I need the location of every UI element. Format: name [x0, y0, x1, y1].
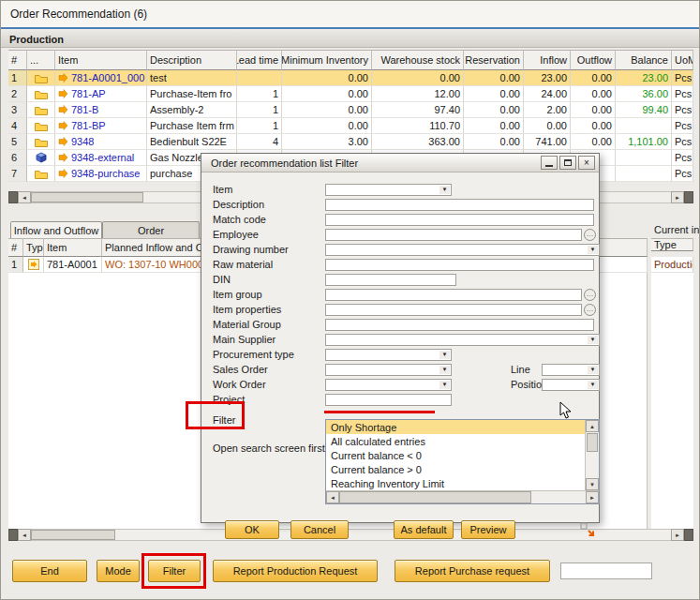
form-resize-icon[interactable] [580, 522, 595, 537]
sales-order-combo[interactable]: ▼ [325, 364, 452, 376]
column-header-item[interactable]: Item [55, 50, 147, 70]
ok-button[interactable]: OK [225, 520, 279, 539]
employee-input[interactable] [325, 229, 582, 241]
item-code-link[interactable]: 9348 [71, 136, 94, 147]
footer-text-input[interactable] [560, 562, 652, 579]
procurement-type-combo[interactable]: ▼ [325, 349, 452, 361]
scroll-right-button[interactable]: ► [671, 529, 684, 541]
item-properties-input[interactable] [325, 304, 582, 316]
description-input[interactable] [325, 199, 594, 211]
column-header-balance[interactable]: Balance [616, 50, 672, 70]
dropdown-option-all-calculated-entries[interactable]: All calculated entries [326, 434, 585, 448]
scrollbar-track[interactable] [31, 529, 671, 541]
scrollbar-split-box[interactable] [684, 191, 693, 203]
scrollbar-split-box[interactable] [8, 191, 18, 203]
end-button[interactable]: End [12, 560, 87, 582]
report-production-request-button[interactable]: Report Production Request [213, 560, 378, 582]
raw-material-input[interactable] [325, 259, 594, 271]
cancel-button[interactable]: Cancel [290, 520, 349, 539]
item-code-link[interactable]: 781-B [71, 104, 98, 115]
tab-inflow-and-outflow[interactable]: Inflow and Outflow [10, 221, 102, 238]
balance-cell: 1,101.00 [616, 134, 672, 150]
column-header-uom[interactable]: UoM [672, 50, 693, 70]
dropdown-hscrollbar[interactable]: ◄ ► [326, 490, 599, 503]
work-order-combo[interactable]: ▼ [325, 379, 452, 391]
scrollbar-thumb[interactable] [31, 530, 115, 540]
minimize-button[interactable] [541, 156, 558, 170]
scrollbar-split-box[interactable] [684, 529, 693, 541]
position-combo[interactable]: ▼ [542, 379, 600, 391]
choose-from-list-icon[interactable]: … [584, 229, 596, 241]
item-code-link[interactable]: 9348-external [71, 152, 134, 163]
dropdown-vscrollbar[interactable]: ▲ ▼ [585, 420, 599, 490]
link-arrow-icon[interactable] [58, 137, 68, 146]
line-combo[interactable]: ▼ [542, 364, 600, 376]
choose-from-list-icon[interactable]: … [584, 304, 596, 316]
column-header-item[interactable]: Item [44, 238, 102, 257]
column-header-type[interactable]: Type [651, 238, 693, 251]
table-row[interactable]: 4 781-BP Purchase Item frm 1 0.00 110.70… [8, 118, 693, 134]
scroll-down-button[interactable]: ▼ [586, 478, 599, 490]
table-row[interactable]: 2 781-AP Purchase-Item fro 1 0.00 12.00 … [8, 86, 693, 102]
scrollbar-thumb[interactable] [31, 192, 143, 202]
column-header-lead-time[interactable]: Lead time [237, 50, 282, 70]
column-header-num[interactable]: # [8, 238, 23, 257]
item-code-link[interactable]: 781-A0001_000 [71, 72, 144, 83]
dropdown-option-current-balance-lt-0[interactable]: Current balance < 0 [326, 448, 585, 462]
scroll-right-button[interactable]: ► [671, 191, 684, 203]
drawing-number-combo[interactable]: ▼ [325, 244, 600, 256]
dropdown-option-only-shortage[interactable]: Only Shortage [326, 420, 585, 434]
column-header-type[interactable]: Type [23, 238, 44, 257]
scroll-left-button[interactable]: ◄ [326, 491, 339, 503]
scrollbar-split-box[interactable] [8, 529, 18, 541]
dropdown-option-reaching-inventory-limit[interactable]: Reaching Inventory Limit [326, 476, 585, 490]
link-arrow-icon[interactable] [58, 73, 68, 82]
tab-order[interactable]: Order [102, 221, 200, 238]
project-input[interactable] [325, 394, 452, 406]
item-code-link[interactable]: 781-BP [71, 120, 106, 131]
report-purchase-request-button[interactable]: Report Purchase request [395, 560, 550, 582]
main-supplier-combo[interactable]: ▼ [325, 334, 600, 346]
column-header-dots[interactable]: ... [27, 50, 55, 70]
link-arrow-icon[interactable] [58, 169, 68, 178]
column-header-inflow[interactable]: Inflow [524, 50, 571, 70]
link-arrow-icon[interactable] [58, 121, 68, 130]
item-code-link[interactable]: 9348-purchase [71, 168, 140, 179]
tab-current-inventory[interactable]: Current inventory [654, 224, 699, 235]
scrollbar-track[interactable] [339, 491, 586, 503]
column-header-num[interactable]: # [8, 50, 27, 70]
scroll-left-button[interactable]: ◄ [18, 191, 31, 203]
table-row[interactable]: Production [651, 257, 693, 273]
dropdown-option-current-balance-gt-0[interactable]: Current balance > 0 [326, 462, 585, 476]
link-arrow-icon[interactable] [58, 105, 68, 114]
column-header-warehouse-stock[interactable]: Warehouse stock [372, 50, 464, 70]
item-combo[interactable]: ▼ [325, 184, 452, 196]
link-arrow-icon[interactable] [58, 89, 68, 98]
column-header-description[interactable]: Description [147, 50, 237, 70]
table-row[interactable]: 1 781-A0001_000 test 0.00 0.00 0.00 23.0… [8, 70, 693, 86]
maximize-button[interactable] [559, 156, 576, 170]
table-row[interactable]: 3 781-B Assembly-2 1 0.00 97.40 0.00 2.0… [8, 102, 693, 118]
column-header-reservation[interactable]: Reservation [464, 50, 524, 70]
choose-from-list-icon[interactable]: … [584, 289, 596, 301]
close-button[interactable]: × [578, 156, 595, 170]
balance-cell [616, 166, 672, 182]
preview-button[interactable]: Preview [461, 520, 515, 539]
description-cell: Assembly-2 [147, 102, 237, 118]
scrollbar-thumb[interactable] [587, 433, 598, 452]
column-header-min-inventory[interactable]: Minimum Inventory [282, 50, 372, 70]
scroll-right-button[interactable]: ► [586, 491, 599, 503]
item-code-link[interactable]: 781-AP [71, 88, 106, 99]
scrollbar-thumb[interactable] [339, 491, 531, 503]
link-arrow-icon[interactable] [58, 153, 68, 162]
material-group-input[interactable] [325, 319, 594, 331]
match-code-input[interactable] [325, 214, 594, 226]
din-input[interactable] [325, 274, 456, 286]
as-default-button[interactable]: As default [394, 520, 454, 539]
mode-button[interactable]: Mode [97, 560, 140, 582]
column-header-outflow[interactable]: Outflow [571, 50, 616, 70]
scroll-up-button[interactable]: ▲ [586, 420, 599, 432]
scroll-left-button[interactable]: ◄ [18, 529, 31, 541]
item-group-input[interactable] [325, 289, 582, 301]
table-row[interactable]: 5 9348 Bedienbult S22E 4 3.00 363.00 0.0… [8, 134, 693, 150]
